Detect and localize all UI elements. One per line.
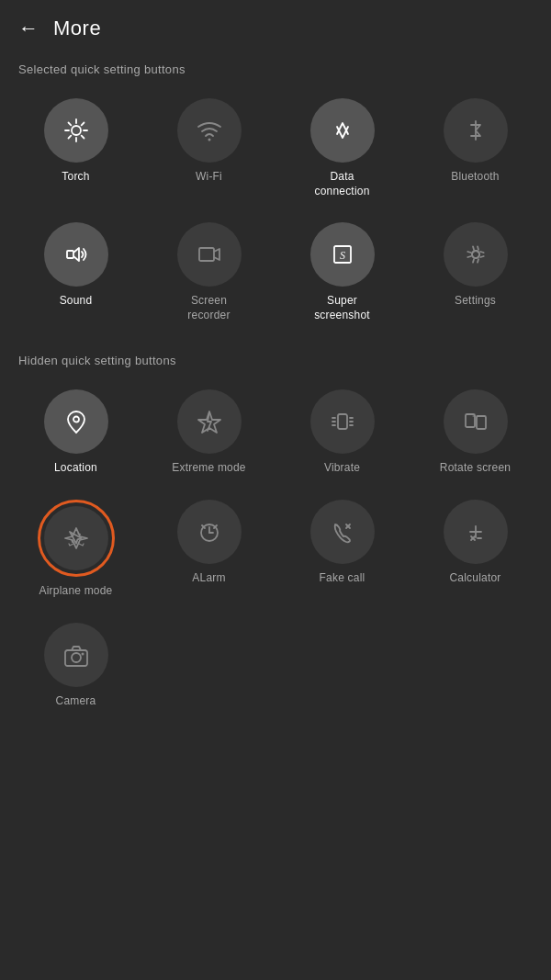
back-button[interactable]: ← bbox=[18, 17, 39, 40]
alarm-button[interactable]: ALarm bbox=[142, 490, 276, 614]
svg-line-7 bbox=[81, 123, 84, 126]
svg-rect-12 bbox=[199, 248, 214, 261]
camera-button[interactable]: Camera bbox=[9, 614, 142, 724]
svg-point-9 bbox=[208, 139, 210, 141]
wifi-circle bbox=[177, 98, 242, 163]
rotate-screen-circle bbox=[444, 389, 508, 454]
extreme-mode-label: Extreme mode bbox=[172, 461, 245, 476]
settings-label: Settings bbox=[455, 294, 496, 309]
svg-point-43 bbox=[81, 652, 84, 655]
data-icon bbox=[328, 116, 357, 145]
fake-call-icon bbox=[328, 517, 357, 546]
bluetooth-button[interactable]: Bluetooth bbox=[409, 89, 542, 213]
extreme-mode-circle bbox=[177, 389, 242, 454]
calculator-icon bbox=[461, 517, 490, 546]
bluetooth-icon bbox=[461, 116, 490, 145]
calculator-button[interactable]: Calculator bbox=[409, 490, 542, 614]
svg-rect-20 bbox=[338, 414, 347, 429]
torch-circle bbox=[44, 98, 108, 163]
screen-recorder-icon bbox=[195, 240, 224, 269]
data-label: Dataconnection bbox=[314, 170, 369, 198]
super-screenshot-icon: S bbox=[328, 240, 357, 269]
page-title: More bbox=[53, 17, 101, 40]
location-label: Location bbox=[54, 461, 97, 476]
airplane-icon bbox=[62, 524, 91, 553]
rotate-screen-button[interactable]: Rotate screen bbox=[409, 380, 542, 490]
bluetooth-label: Bluetooth bbox=[451, 170, 500, 185]
svg-rect-28 bbox=[477, 416, 486, 429]
settings-icon bbox=[461, 240, 490, 269]
extreme-mode-button[interactable]: Extreme mode bbox=[142, 380, 276, 490]
screen-recorder-circle bbox=[177, 222, 242, 287]
svg-line-8 bbox=[68, 136, 71, 139]
data-connection-button[interactable]: Dataconnection bbox=[276, 89, 409, 213]
super-screenshot-label: Superscreenshot bbox=[314, 294, 370, 322]
selected-section-label: Selected quick setting buttons bbox=[0, 53, 551, 89]
wifi-label: Wi-Fi bbox=[196, 170, 222, 185]
camera-circle bbox=[44, 623, 108, 687]
extreme-mode-icon bbox=[195, 407, 224, 436]
svg-point-42 bbox=[72, 653, 81, 662]
airplane-mode-button[interactable]: Airplane mode bbox=[9, 490, 142, 614]
alarm-icon bbox=[195, 517, 224, 546]
super-screenshot-button[interactable]: S Superscreenshot bbox=[276, 213, 409, 337]
alarm-label: ALarm bbox=[192, 571, 225, 586]
vibrate-icon bbox=[328, 407, 357, 436]
header: ← More bbox=[0, 0, 551, 53]
sound-icon bbox=[62, 240, 91, 269]
screen-recorder-button[interactable]: Screenrecorder bbox=[142, 213, 276, 337]
rotate-screen-label: Rotate screen bbox=[440, 461, 511, 476]
fake-call-label: Fake call bbox=[320, 571, 365, 586]
camera-icon bbox=[62, 640, 91, 670]
sound-button[interactable]: Sound bbox=[9, 213, 142, 337]
location-icon bbox=[62, 407, 91, 436]
fake-call-circle bbox=[310, 500, 375, 564]
hidden-buttons-grid: Location Extreme mode Vib bbox=[0, 380, 551, 723]
svg-text:S: S bbox=[340, 249, 345, 262]
svg-point-17 bbox=[73, 417, 79, 422]
selected-buttons-grid: Torch Wi-Fi Dataconnection bbox=[0, 89, 551, 337]
settings-circle bbox=[444, 222, 508, 287]
calculator-circle bbox=[444, 500, 508, 564]
svg-line-5 bbox=[68, 123, 71, 126]
sound-circle bbox=[44, 222, 108, 287]
alarm-circle bbox=[177, 500, 242, 564]
torch-label: Torch bbox=[62, 170, 89, 185]
svg-point-0 bbox=[72, 126, 81, 135]
svg-rect-11 bbox=[67, 251, 73, 258]
bluetooth-circle bbox=[444, 98, 508, 163]
torch-icon bbox=[62, 116, 91, 145]
camera-label: Camera bbox=[56, 694, 96, 709]
vibrate-label: Vibrate bbox=[324, 461, 360, 476]
fake-call-button[interactable]: Fake call bbox=[276, 490, 409, 614]
calculator-label: Calculator bbox=[449, 571, 500, 586]
location-circle bbox=[44, 389, 108, 454]
airplane-outline bbox=[38, 500, 115, 577]
screen-recorder-label: Screenrecorder bbox=[187, 294, 230, 322]
svg-line-6 bbox=[81, 136, 84, 139]
wifi-button[interactable]: Wi-Fi bbox=[142, 89, 276, 213]
vibrate-button[interactable]: Vibrate bbox=[276, 380, 409, 490]
airplane-circle bbox=[44, 506, 108, 570]
wifi-icon bbox=[195, 116, 224, 145]
location-button[interactable]: Location bbox=[9, 380, 142, 490]
vibrate-circle bbox=[310, 389, 375, 454]
data-circle bbox=[310, 98, 375, 163]
airplane-mode-label: Airplane mode bbox=[39, 584, 113, 599]
torch-button[interactable]: Torch bbox=[9, 89, 142, 213]
hidden-section-label: Hidden quick setting buttons bbox=[0, 344, 551, 380]
svg-point-16 bbox=[472, 251, 479, 258]
sound-label: Sound bbox=[60, 294, 93, 309]
settings-button[interactable]: Settings bbox=[409, 213, 542, 337]
rotate-screen-icon bbox=[461, 407, 490, 436]
super-screenshot-circle: S bbox=[310, 222, 375, 287]
